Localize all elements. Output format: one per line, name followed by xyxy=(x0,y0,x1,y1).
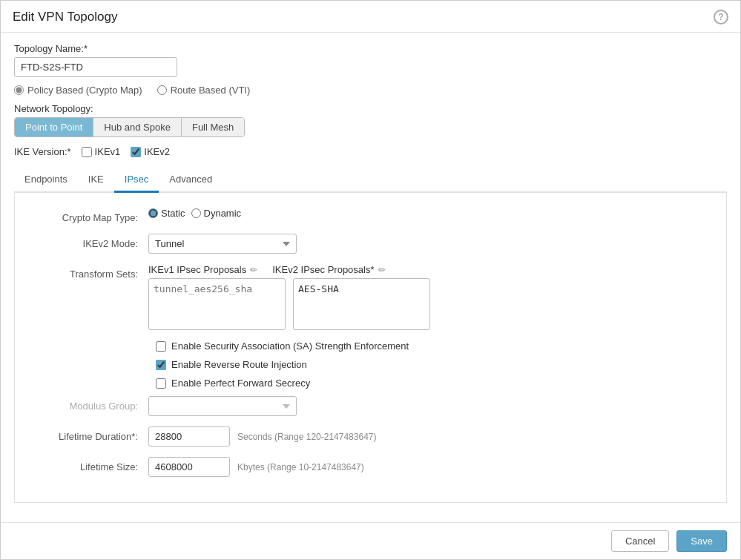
dialog-body: Topology Name:* Policy Based (Crypto Map… xyxy=(1,33,740,522)
ikev2-proposals-col: IKEv2 IPsec Proposals* ✏ xyxy=(272,264,385,275)
route-based-option[interactable]: Route Based (VTI) xyxy=(157,85,251,96)
point-to-point-btn[interactable]: Point to Point xyxy=(15,118,93,136)
checkbox-section: Enable Security Association (SA) Strengt… xyxy=(156,340,704,389)
lifetime-duration-row: Lifetime Duration*: Seconds (Range 120-2… xyxy=(37,426,704,447)
transform-inputs: AES-SHA xyxy=(148,278,430,330)
ikev2-label: IKEv2 xyxy=(144,146,170,157)
dynamic-option[interactable]: Dynamic xyxy=(191,208,242,219)
ikev1-label: IKEv1 xyxy=(95,146,121,157)
ikev1-edit-icon[interactable]: ✏ xyxy=(250,265,257,275)
lifetime-size-row: Lifetime Size: Kbytes (Range 10-21474836… xyxy=(37,457,704,477)
edit-vpn-topology-dialog: Edit VPN Topology ? Topology Name:* Poli… xyxy=(0,0,741,560)
sa-enforcement-checkbox[interactable] xyxy=(156,341,166,352)
ikev2-item[interactable]: IKEv2 xyxy=(131,146,170,157)
static-label: Static xyxy=(161,208,185,219)
tab-ike[interactable]: IKE xyxy=(78,168,114,193)
lifetime-size-label: Lifetime Size: xyxy=(37,461,148,472)
ikev1-proposals-textarea[interactable] xyxy=(148,278,286,330)
ikev1-item[interactable]: IKEv1 xyxy=(82,146,121,157)
sa-enforcement-label: Enable Security Association (SA) Strengt… xyxy=(171,340,409,352)
ike-version-label: IKE Version:* xyxy=(14,146,71,157)
dynamic-label: Dynamic xyxy=(204,208,242,219)
tab-advanced[interactable]: Advanced xyxy=(159,168,223,193)
lifetime-size-input[interactable] xyxy=(148,457,230,477)
cancel-button[interactable]: Cancel xyxy=(611,530,669,552)
transform-sets-label: Transform Sets: xyxy=(37,264,148,280)
crypto-map-type-content: Static Dynamic xyxy=(148,208,704,219)
save-button[interactable]: Save xyxy=(676,530,727,552)
network-topology-label: Network Topology: xyxy=(14,103,727,114)
dialog-title: Edit VPN Topology xyxy=(13,10,117,24)
hub-and-spoke-btn[interactable]: Hub and Spoke xyxy=(93,118,182,136)
reverse-route-checkbox[interactable] xyxy=(156,360,166,370)
perfect-forward-row: Enable Perfect Forward Secrecy xyxy=(156,378,704,389)
dialog-footer: Cancel Save xyxy=(1,522,740,559)
tab-ipsec[interactable]: IPsec xyxy=(114,168,159,193)
ikev2-mode-label: IKEv2 Mode: xyxy=(37,234,148,249)
policy-based-option[interactable]: Policy Based (Crypto Map) xyxy=(14,85,142,96)
sa-enforcement-row: Enable Security Association (SA) Strengt… xyxy=(156,340,704,352)
topology-name-label: Topology Name:* xyxy=(14,43,727,54)
tabs: Endpoints IKE IPsec Advanced xyxy=(14,168,727,193)
modulus-group-label: Modulus Group: xyxy=(37,401,148,412)
lifetime-duration-hint: Seconds (Range 120-2147483647) xyxy=(237,432,376,442)
ikev2-proposals-label: IKEv2 IPsec Proposals* xyxy=(272,264,374,275)
policy-type-group: Policy Based (Crypto Map) Route Based (V… xyxy=(14,85,727,96)
ikev1-proposals-col: IKEv1 IPsec Proposals ✏ xyxy=(148,264,257,275)
dialog-header: Edit VPN Topology ? xyxy=(1,1,740,33)
help-icon[interactable]: ? xyxy=(714,10,728,24)
ikev1-proposals-label: IKEv1 IPsec Proposals xyxy=(148,264,246,275)
ike-version-row: IKE Version:* IKEv1 IKEv2 xyxy=(14,146,727,157)
perfect-forward-checkbox[interactable] xyxy=(156,378,166,389)
ikev2-mode-content: Tunnel Transport xyxy=(148,234,704,254)
perfect-forward-label: Enable Perfect Forward Secrecy xyxy=(171,378,310,389)
network-topology-row: Network Topology: Point to Point Hub and… xyxy=(14,103,727,137)
static-option[interactable]: Static xyxy=(148,208,185,219)
network-topology-btn-group: Point to Point Hub and Spoke Full Mesh xyxy=(14,117,245,137)
lifetime-duration-input[interactable] xyxy=(148,426,230,447)
topology-name-row: Topology Name:* xyxy=(14,43,727,77)
ikev2-mode-row: IKEv2 Mode: Tunnel Transport xyxy=(37,234,704,254)
modulus-group-select[interactable] xyxy=(148,396,297,416)
reverse-route-row: Enable Reverse Route Injection xyxy=(156,359,704,370)
crypto-map-type-row: Crypto Map Type: Static Dynamic xyxy=(37,208,704,223)
lifetime-duration-label: Lifetime Duration*: xyxy=(37,431,148,442)
modulus-group-row: Modulus Group: xyxy=(37,396,704,416)
ikev2-proposals-textarea[interactable]: AES-SHA xyxy=(293,278,430,330)
transform-sets-row: Transform Sets: IKEv1 IPsec Proposals ✏ … xyxy=(37,264,704,330)
ikev2-mode-select[interactable]: Tunnel Transport xyxy=(148,234,297,254)
ipsec-tab-content: Crypto Map Type: Static Dynamic IKEv2 Mo… xyxy=(14,193,727,503)
ikev2-checkbox[interactable] xyxy=(131,147,141,157)
transform-sets-header: IKEv1 IPsec Proposals ✏ IKEv2 IPsec Prop… xyxy=(148,264,430,275)
full-mesh-btn[interactable]: Full Mesh xyxy=(182,118,244,136)
topology-name-input[interactable] xyxy=(14,57,177,77)
tab-endpoints[interactable]: Endpoints xyxy=(14,168,78,193)
transform-sets-content: IKEv1 IPsec Proposals ✏ IKEv2 IPsec Prop… xyxy=(148,264,430,330)
policy-based-label: Policy Based (Crypto Map) xyxy=(27,85,142,96)
crypto-map-type-label: Crypto Map Type: xyxy=(37,208,148,223)
reverse-route-label: Enable Reverse Route Injection xyxy=(171,359,307,370)
ikev1-checkbox[interactable] xyxy=(82,147,92,157)
lifetime-size-hint: Kbytes (Range 10-2147483647) xyxy=(237,462,364,472)
ikev2-edit-icon[interactable]: ✏ xyxy=(378,265,386,275)
route-based-label: Route Based (VTI) xyxy=(171,85,251,96)
